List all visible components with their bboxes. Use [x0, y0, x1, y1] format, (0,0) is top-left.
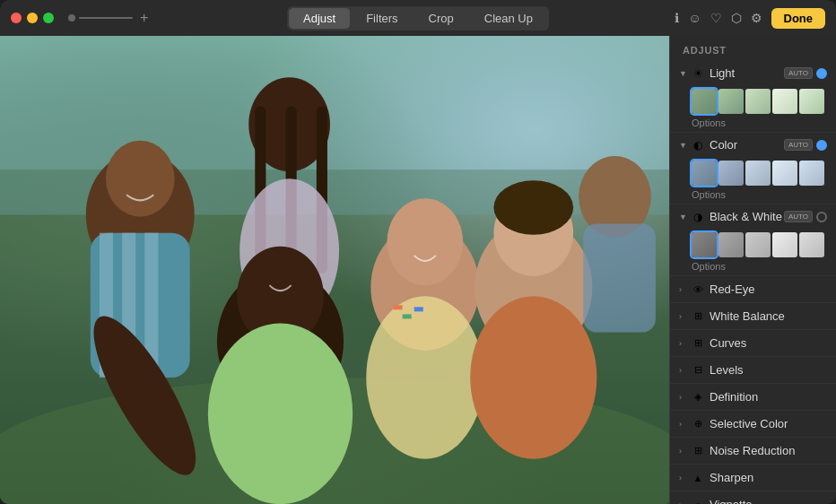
- light-icon: ☀: [692, 67, 704, 80]
- selective-color-icon: ⊕: [692, 418, 704, 430]
- adj-header-bw[interactable]: ▼ ◑ Black & White AUTO: [670, 204, 836, 229]
- chevron-right-icon-sharpen: ›: [679, 474, 688, 482]
- main-content: ADJUST ▼ ☀ Light AUTO Options: [0, 36, 836, 504]
- light-thumb-3[interactable]: [745, 89, 771, 114]
- adj-header-color[interactable]: ▼ ◐ Color AUTO: [670, 133, 836, 157]
- chevron-right-icon-selective: ›: [679, 420, 688, 429]
- chevron-right-icon-vignette: ›: [679, 500, 688, 505]
- adj-noise-reduction[interactable]: › ⊞ Noise Reduction: [670, 438, 836, 465]
- heart-icon[interactable]: ♡: [710, 11, 722, 25]
- close-button[interactable]: [11, 13, 22, 23]
- add-button[interactable]: +: [140, 10, 148, 26]
- light-toggle[interactable]: [816, 68, 827, 79]
- photo-people: [0, 36, 669, 504]
- right-panel: ADJUST ▼ ☀ Light AUTO Options: [669, 36, 836, 504]
- sharpen-label: Sharpen: [710, 471, 827, 484]
- light-thumb-4[interactable]: [772, 89, 797, 114]
- bw-thumb-strip: [670, 229, 836, 261]
- color-thumb-2[interactable]: [718, 161, 744, 186]
- adj-section-bw: ▼ ◑ Black & White AUTO Options: [670, 204, 836, 276]
- adj-levels[interactable]: › ⊟ Levels: [670, 357, 836, 384]
- tools-icon[interactable]: ⚙: [751, 11, 762, 25]
- color-thumb-4[interactable]: [772, 161, 797, 186]
- color-toggle[interactable]: [816, 140, 827, 151]
- light-options[interactable]: Options: [670, 117, 836, 132]
- adj-selective-color[interactable]: › ⊕ Selective Color: [670, 411, 836, 438]
- curves-icon: ⊞: [692, 337, 704, 349]
- bw-toggle[interactable]: [816, 212, 827, 222]
- emoji-icon[interactable]: ☺: [688, 11, 701, 25]
- vignette-icon: ○: [692, 500, 704, 505]
- chevron-right-icon-redeye: ›: [679, 285, 688, 294]
- chevron-right-icon-levels: ›: [679, 366, 688, 375]
- photo-area: [0, 36, 669, 504]
- light-label: Light: [710, 66, 784, 80]
- color-thumb-5[interactable]: [799, 161, 824, 186]
- slider-handle: [68, 14, 75, 22]
- color-auto-badge: AUTO: [784, 139, 813, 151]
- svg-point-20: [366, 296, 483, 458]
- svg-rect-21: [394, 305, 403, 309]
- adj-red-eye[interactable]: › 👁 Red-Eye: [670, 276, 836, 303]
- svg-point-26: [493, 180, 573, 234]
- bw-icon: ◑: [692, 211, 704, 223]
- chevron-right-icon-definition: ›: [679, 393, 688, 402]
- bw-options[interactable]: Options: [670, 261, 836, 275]
- adj-white-balance[interactable]: › ⊞ White Balance: [670, 303, 836, 330]
- chevron-right-icon-curves: ›: [679, 339, 688, 348]
- light-thumb-5[interactable]: [799, 89, 824, 114]
- svg-point-16: [208, 323, 353, 504]
- color-thumb-1[interactable]: [692, 161, 717, 186]
- svg-rect-23: [414, 307, 423, 311]
- chevron-right-icon-noise: ›: [679, 447, 688, 456]
- definition-icon: ◈: [692, 391, 704, 403]
- share-icon[interactable]: ⬡: [731, 11, 742, 25]
- color-thumb-strip: [670, 157, 836, 189]
- tab-adjust[interactable]: Adjust: [289, 8, 350, 29]
- light-auto-badge: AUTO: [784, 67, 813, 79]
- color-icon: ◐: [692, 139, 704, 152]
- nav-tabs: Adjust Filters Crop Clean Up: [287, 6, 549, 30]
- tab-filters[interactable]: Filters: [352, 8, 412, 29]
- tab-cleanup[interactable]: Clean Up: [470, 8, 547, 29]
- done-button[interactable]: Done: [771, 8, 826, 29]
- light-thumb-1[interactable]: [692, 89, 717, 114]
- maximize-button[interactable]: [43, 13, 54, 23]
- bw-thumb-4[interactable]: [772, 232, 797, 257]
- titlebar: + Adjust Filters Crop Clean Up ℹ ☺ ♡ ⬡ ⚙…: [0, 0, 836, 36]
- adj-sharpen[interactable]: › ▲ Sharpen: [670, 465, 836, 491]
- selective-color-label: Selective Color: [710, 417, 827, 430]
- chevron-down-icon-bw: ▼: [679, 213, 688, 222]
- adj-section-color: ▼ ◐ Color AUTO Options: [670, 133, 836, 204]
- definition-label: Definition: [710, 390, 827, 404]
- white-balance-icon: ⊞: [692, 310, 704, 322]
- bw-thumb-3[interactable]: [745, 232, 771, 257]
- red-eye-label: Red-Eye: [710, 282, 827, 296]
- svg-point-19: [387, 198, 463, 285]
- info-icon[interactable]: ℹ: [675, 11, 679, 25]
- color-thumb-3[interactable]: [745, 161, 771, 186]
- adj-curves[interactable]: › ⊞ Curves: [670, 330, 836, 357]
- light-thumb-2[interactable]: [718, 89, 744, 114]
- curves-label: Curves: [710, 336, 827, 350]
- color-label: Color: [710, 138, 784, 152]
- adj-definition[interactable]: › ◈ Definition: [670, 384, 836, 411]
- panel-scroll[interactable]: ▼ ☀ Light AUTO Options ▼: [670, 61, 836, 504]
- adj-vignette[interactable]: › ○ Vignette: [670, 491, 836, 504]
- adj-header-light[interactable]: ▼ ☀ Light AUTO: [670, 61, 836, 85]
- bw-thumb-5[interactable]: [799, 232, 824, 257]
- svg-rect-29: [583, 224, 656, 333]
- noise-reduction-label: Noise Reduction: [710, 444, 827, 457]
- bw-thumb-2[interactable]: [718, 232, 744, 257]
- minimize-button[interactable]: [27, 13, 38, 23]
- svg-point-4: [106, 141, 175, 217]
- red-eye-icon: 👁: [692, 284, 704, 295]
- bw-thumb-1[interactable]: [692, 232, 717, 257]
- color-options[interactable]: Options: [670, 189, 836, 204]
- white-balance-label: White Balance: [710, 309, 827, 323]
- tab-crop[interactable]: Crop: [414, 8, 468, 29]
- noise-reduction-icon: ⊞: [692, 445, 704, 456]
- svg-point-27: [470, 296, 597, 458]
- traffic-lights: [11, 13, 54, 23]
- slider-track: [79, 17, 133, 19]
